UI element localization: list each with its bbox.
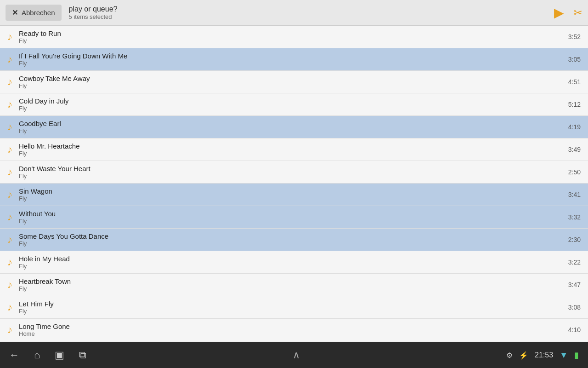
scroll-up-button[interactable]: ∧ xyxy=(293,349,300,361)
back-button[interactable]: ← xyxy=(9,349,19,361)
music-note-icon: ♪ xyxy=(7,76,12,88)
song-info: Without You Fly xyxy=(19,210,563,224)
song-album: Fly xyxy=(19,308,563,315)
settings-icon: ⚙ xyxy=(506,351,513,360)
cancel-button[interactable]: ✕ Abbrechen xyxy=(6,5,62,21)
song-row[interactable]: ♪ Let Him Fly Fly 3:08 xyxy=(0,296,588,319)
song-row[interactable]: ♪ Goodbye Earl Fly 4:19 xyxy=(0,116,588,138)
nav-center-group: ∧ xyxy=(293,349,300,361)
music-note-icon: ♪ xyxy=(7,53,12,65)
queue-button[interactable]: ✂ xyxy=(573,6,582,19)
music-note-icon: ♪ xyxy=(7,234,12,246)
song-info: Let Him Fly Fly xyxy=(19,300,563,315)
song-album: Fly xyxy=(19,172,563,179)
song-album: Fly xyxy=(19,105,563,112)
header-selected-count: 5 items selected xyxy=(69,13,118,20)
cancel-label: Abbrechen xyxy=(22,9,55,17)
song-duration: 4:19 xyxy=(568,123,581,131)
music-note-icon: ♪ xyxy=(7,31,12,43)
song-duration: 3:41 xyxy=(568,191,581,198)
song-title: Long Time Gone xyxy=(19,322,563,330)
song-title: Cowboy Take Me Away xyxy=(19,75,563,82)
song-info: Sin Wagon Fly xyxy=(19,187,563,202)
song-info: Heartbreak Town Fly xyxy=(19,277,563,292)
music-note-icon: ♪ xyxy=(7,211,12,223)
play-button[interactable]: ▶ xyxy=(554,5,564,20)
song-duration: 3:08 xyxy=(568,304,581,311)
song-duration: 5:12 xyxy=(568,101,581,108)
battery-icon: ▮ xyxy=(574,350,579,360)
song-title: If I Fall You're Going Down With Me xyxy=(19,52,563,60)
song-row[interactable]: ♪ Heartbreak Town Fly 3:47 xyxy=(0,274,588,296)
song-row[interactable]: ♪ Some Days You Gotta Dance Fly 2:30 xyxy=(0,229,588,251)
header-bar: ✕ Abbrechen play or queue? 5 items selec… xyxy=(0,0,588,26)
song-row[interactable]: ♪ Ready to Run Fly 3:52 xyxy=(0,26,588,48)
recent-apps-button[interactable]: ▣ xyxy=(55,349,64,361)
nav-right-group: ⚙ ⚡ 21:53 ▼ ▮ xyxy=(506,350,579,360)
song-info: Long Time Gone Home xyxy=(19,322,563,337)
song-album: Fly xyxy=(19,263,563,270)
song-duration: 3:22 xyxy=(568,259,581,266)
music-note-icon: ♪ xyxy=(7,256,12,268)
header-question: play or queue? xyxy=(69,5,118,13)
song-row[interactable]: ♪ Hello Mr. Heartache Fly 3:49 xyxy=(0,138,588,161)
close-icon: ✕ xyxy=(12,8,18,17)
song-row[interactable]: ♪ Cold Day in July Fly 5:12 xyxy=(0,93,588,116)
song-row[interactable]: ♪ Hole in My Head Fly 3:22 xyxy=(0,251,588,274)
song-row[interactable]: ♪ Don't Waste Your Heart Fly 2:50 xyxy=(0,161,588,184)
song-title: Sin Wagon xyxy=(19,187,563,195)
navigation-bar: ← ⌂ ▣ ⧉ ∧ ⚙ ⚡ 21:53 ▼ ▮ xyxy=(0,342,588,368)
status-time: 21:53 xyxy=(535,351,553,359)
song-info: Ready to Run Fly xyxy=(19,29,563,44)
song-duration: 3:47 xyxy=(568,281,581,288)
song-duration: 3:52 xyxy=(568,33,581,40)
music-note-icon: ♪ xyxy=(7,166,12,178)
song-row[interactable]: ♪ Cowboy Take Me Away Fly 4:51 xyxy=(0,71,588,93)
song-album: Fly xyxy=(19,127,563,134)
song-info: Some Days You Gotta Dance Fly xyxy=(19,232,563,247)
usb-icon: ⚡ xyxy=(519,351,528,360)
song-title: Hole in My Head xyxy=(19,255,563,263)
home-button[interactable]: ⌂ xyxy=(34,349,40,361)
music-note-icon: ♪ xyxy=(7,279,12,291)
music-note-icon: ♪ xyxy=(7,121,12,133)
song-title: Some Days You Gotta Dance xyxy=(19,232,563,240)
song-album: Fly xyxy=(19,195,563,202)
song-duration: 3:05 xyxy=(568,56,581,63)
song-row[interactable]: ♪ If I Fall You're Going Down With Me Fl… xyxy=(0,48,588,71)
song-album: Home xyxy=(19,330,563,337)
song-row[interactable]: ♪ Long Time Gone Home 4:10 xyxy=(0,319,588,341)
song-title: Hello Mr. Heartache xyxy=(19,142,563,150)
song-info: Goodbye Earl Fly xyxy=(19,120,563,134)
music-note-icon: ♪ xyxy=(7,189,12,201)
song-album: Fly xyxy=(19,82,563,89)
song-album: Fly xyxy=(19,240,563,247)
wifi-icon: ▼ xyxy=(560,351,568,360)
music-note-icon: ♪ xyxy=(7,98,12,110)
song-info: Hole in My Head Fly xyxy=(19,255,563,270)
song-title: Ready to Run xyxy=(19,29,563,37)
header-info: play or queue? 5 items selected xyxy=(69,5,118,20)
song-duration: 2:50 xyxy=(568,168,581,176)
song-album: Fly xyxy=(19,60,563,67)
song-duration: 2:30 xyxy=(568,236,581,243)
split-screen-button[interactable]: ⧉ xyxy=(79,349,86,361)
song-info: Cold Day in July Fly xyxy=(19,97,563,112)
song-title: Don't Waste Your Heart xyxy=(19,165,563,172)
song-info: Cowboy Take Me Away Fly xyxy=(19,75,563,89)
music-note-icon: ♪ xyxy=(7,144,12,155)
song-title: Heartbreak Town xyxy=(19,277,563,285)
song-title: Goodbye Earl xyxy=(19,120,563,127)
music-note-icon: ♪ xyxy=(7,301,12,313)
song-info: Don't Waste Your Heart Fly xyxy=(19,165,563,179)
song-duration: 4:10 xyxy=(568,326,581,334)
music-note-icon: ♪ xyxy=(7,324,12,336)
song-duration: 3:49 xyxy=(568,146,581,153)
song-row[interactable]: ♪ Without You Fly 3:32 xyxy=(0,206,588,229)
song-row[interactable]: ♪ Sin Wagon Fly 3:41 xyxy=(0,184,588,206)
song-list: ♪ Ready to Run Fly 3:52 ♪ If I Fall You'… xyxy=(0,26,588,342)
nav-left-group: ← ⌂ ▣ ⧉ xyxy=(9,349,86,361)
song-title: Cold Day in July xyxy=(19,97,563,105)
song-album: Fly xyxy=(19,285,563,292)
song-duration: 4:51 xyxy=(568,78,581,86)
